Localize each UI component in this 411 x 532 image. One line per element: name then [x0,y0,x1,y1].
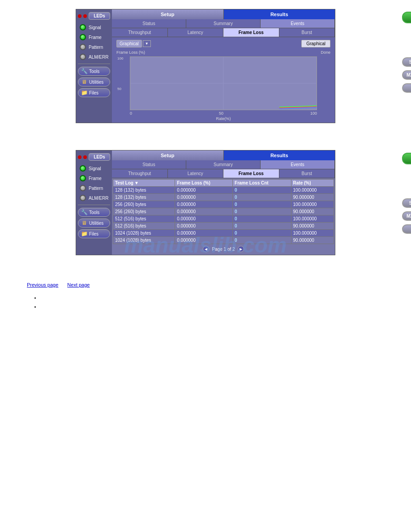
table-cell-7-1: 0.000000 [175,237,233,244]
table-cell-2-3: 100.000000 [291,201,334,208]
sidebar1: LEDs Signal Frame Pattern ALM/ERR [76,9,112,123]
test-tab-burst1[interactable]: Burst [279,28,335,37]
test-tab-bar2: Throughput Latency Frame Loss Burst [112,169,335,178]
tab-bar1: Setup Results [112,9,335,19]
dropdown-label1: Graphical [116,40,142,47]
sub-tab-status1[interactable]: Status [112,19,186,28]
graphical-button1[interactable]: Graphical [301,40,330,47]
test-tab-frameloss2[interactable]: Frame Loss [223,169,279,178]
table-cell-1-2: 0 [233,194,291,201]
table-cell-7-3: 90.000000 [291,237,334,244]
chart-container1 [130,56,317,110]
utilities-label1: Utilities [89,80,103,85]
test-tab-latency2[interactable]: Latency [168,169,224,178]
th-dropdown-arrow[interactable]: ▼ [134,180,139,185]
sidebar-item-frame1[interactable]: Frame [78,33,110,41]
chart-axis-labels1: Frame Loss (%) Done [114,50,333,55]
test-tab-throughput2[interactable]: Throughput [112,169,168,178]
prev-link[interactable]: Previous page [27,282,58,287]
almerr-circle2 [80,195,86,201]
files-button2[interactable]: 📁 Files [78,229,110,238]
tab-results1[interactable]: Results [224,9,335,19]
sub-tab-summary2[interactable]: Summary [186,160,261,169]
table-cell-4-1: 0.000000 [175,215,233,223]
test-tab-frameloss1[interactable]: Frame Loss [223,28,279,37]
right-buttons2: Start SLA Mode MX Discover Control [402,150,411,236]
files-icon1: 📁 [81,90,87,96]
sidebar-item-signal1[interactable]: Signal [78,23,110,31]
panel2-wrapper: LEDs Signal Frame Pattern ALM/ERR [13,150,398,269]
table-cell-0-3: 100.000000 [291,187,334,194]
tab-bar2: Setup Results [112,150,335,160]
sub-tab-summary1[interactable]: Summary [186,19,261,28]
utilities-button1[interactable]: 🖥 Utilities [78,77,110,86]
chart-x-title1: Rate(%) [127,116,320,121]
utilities-label2: Utilities [89,221,103,226]
test-tab-throughput1[interactable]: Throughput [112,28,168,37]
mx-button2[interactable]: MX Discover [402,211,411,221]
tools-button1[interactable]: 🔧 Tools [78,67,110,76]
led-dot-red1 [78,14,81,18]
tab-setup1[interactable]: Setup [112,9,224,19]
table-cell-3-0: 256 (260) bytes [113,208,175,215]
sidebar-item-almerr2[interactable]: ALM/ERR [78,194,110,202]
utilities-icon1: 🖥 [81,79,87,85]
almerr-label2: ALM/ERR [89,196,108,201]
table-cell-1-3: 90.000000 [291,194,334,201]
sidebar-item-almerr1[interactable]: ALM/ERR [78,53,110,61]
leds-button2[interactable]: LEDs [89,153,110,161]
table-cell-6-3: 100.000000 [291,230,334,237]
tools-button2[interactable]: 🔧 Tools [78,208,110,217]
table-row: 512 (516) bytes0.000000090.000000 [113,223,334,230]
led-dot-red4 [83,155,87,159]
table-row: 512 (516) bytes0.0000000100.000000 [113,215,334,223]
tab-results2[interactable]: Results [224,150,335,160]
th-rate: Rate (%) [291,180,334,187]
next-link[interactable]: Next page [67,282,90,287]
table-cell-0-1: 0.000000 [175,187,233,194]
files-button1[interactable]: 📁 Files [78,88,110,97]
sidebar-item-pattern1[interactable]: Pattern [78,43,110,51]
prev-page-btn2[interactable]: ◀ [203,246,209,252]
signal-label2: Signal [89,166,101,171]
sidebar-item-signal2[interactable]: Signal [78,164,110,172]
table-cell-3-2: 0 [233,208,291,215]
sla-button1[interactable]: SLA Mode [402,57,411,67]
sidebar-item-pattern2[interactable]: Pattern [78,184,110,192]
sub-tab-events1[interactable]: Events [261,19,335,28]
table-row: 256 (260) bytes0.000000090.000000 [113,208,334,215]
page-info2: Page 1 of 2 [212,247,235,252]
start-button2[interactable]: Start [402,153,411,164]
tools-icon1: 🔧 [81,68,87,74]
utilities-icon2: 🖥 [81,220,87,226]
sla-button2[interactable]: SLA Mode [402,198,411,208]
tab-setup2[interactable]: Setup [112,150,224,160]
sidebar-item-frame2[interactable]: Frame [78,174,110,182]
next-page-btn2[interactable]: ▶ [238,246,244,252]
table-cell-7-0: 1024 (1028) bytes [113,237,175,244]
chart-dropdown1[interactable]: Graphical ▼ [116,40,151,47]
panel1-wrapper: LEDs Signal Frame Pattern ALM/ERR [13,9,398,137]
pattern-circle1 [80,44,86,50]
table-cell-5-1: 0.000000 [175,223,233,230]
mx-button1[interactable]: MX Discover [402,70,411,80]
test-tab-latency1[interactable]: Latency [168,28,224,37]
right-buttons1: Start SLA Mode MX Discover Control [402,9,411,95]
th-testlog[interactable]: Test Log ▼ [113,180,175,187]
files-label2: Files [89,232,98,236]
ctrl-button1[interactable]: Control [402,83,411,93]
start-button1[interactable]: Start [402,12,411,23]
main-content2: Setup Results Status Summary Events [112,150,335,255]
y-max1: 100 [117,56,123,60]
dropdown-arrow1[interactable]: ▼ [143,40,151,47]
ctrl-button2[interactable]: Control [402,224,411,234]
utilities-button2[interactable]: 🖥 Utilities [78,219,110,227]
sub-tab-status2[interactable]: Status [112,160,186,169]
table-cell-4-2: 0 [233,215,291,223]
chart-area1: Graphical ▼ Graphical Frame Loss (%) Don… [112,37,335,123]
data-table2: Test Log ▼ Frame Loss (%) Frame Loss Cnt [113,179,334,244]
tools-icon2: 🔧 [81,209,87,215]
test-tab-burst2[interactable]: Burst [279,169,335,178]
sub-tab-events2[interactable]: Events [261,160,335,169]
leds-button1[interactable]: LEDs [89,12,110,20]
